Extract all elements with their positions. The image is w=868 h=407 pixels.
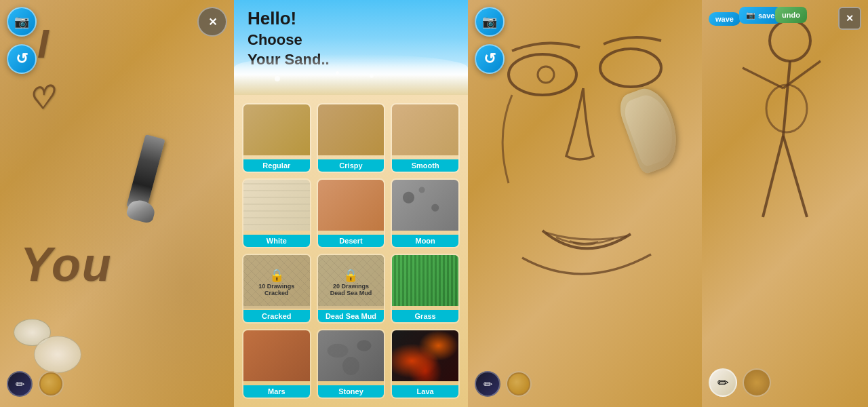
sand-option-stoney[interactable]: Stoney xyxy=(317,329,386,399)
beach-header: Hello! ChooseYour Sand.. xyxy=(234,0,468,95)
svg-point-1 xyxy=(538,66,554,83)
sand-label-grass: Grass xyxy=(392,310,458,322)
sand-tool[interactable] xyxy=(38,371,64,397)
panel-2-choose-sand: Hello! ChooseYour Sand.. Regular Crispy xyxy=(234,0,468,407)
sand-option-regular[interactable]: Regular xyxy=(242,103,311,173)
sand-option-desert[interactable]: Desert xyxy=(317,178,386,248)
svg-point-3 xyxy=(770,20,810,61)
shell-2 xyxy=(34,336,81,373)
save-label: save xyxy=(758,12,774,20)
panel4-close-button[interactable]: ✕ xyxy=(838,7,861,30)
drawing-letter-i: I xyxy=(37,20,50,67)
panel4-sand-tool[interactable] xyxy=(743,368,771,397)
drawing-you: You xyxy=(20,237,113,292)
panel3-bottom-toolbar: ✏ xyxy=(475,371,532,397)
panel3-refresh-icon: ↺ xyxy=(484,50,496,68)
bubble-3 xyxy=(370,74,374,78)
lock-icon-cracked: 🔒 xyxy=(269,268,284,283)
panel-3-face: 📷 ↺ ✏ xyxy=(468,0,702,407)
undo-label: undo xyxy=(782,11,800,19)
sand-label-crispy: Crispy xyxy=(318,159,384,172)
panel4-bottom-toolbar: ✏ xyxy=(709,368,771,397)
sand-label-mars: Mars xyxy=(243,385,310,398)
sand-label-cracked: Cracked xyxy=(243,310,310,322)
pencil-icon: ✏ xyxy=(16,378,24,391)
sand-option-deadsea[interactable]: 🔒 20 DrawingsDead Sea Mud Dead Sea Mud xyxy=(317,254,386,324)
sand-type-grid: Regular Crispy Smooth White xyxy=(234,95,468,407)
undo-button[interactable]: undo xyxy=(775,7,807,23)
sand-label-deadsea: Dead Sea Mud xyxy=(318,310,384,322)
lock-text-deadsea: 20 DrawingsDead Sea Mud xyxy=(330,283,372,296)
lock-overlay-cracked: 🔒 10 DrawingsCracked xyxy=(243,255,310,309)
sand-option-moon[interactable]: Moon xyxy=(391,178,460,248)
wave-badge[interactable]: wave xyxy=(709,12,741,26)
panel4-close-icon: ✕ xyxy=(846,13,854,24)
save-icon: 📷 xyxy=(746,11,755,20)
crab-prop xyxy=(627,88,688,183)
svg-point-0 xyxy=(509,54,576,95)
close-button[interactable]: ✕ xyxy=(197,7,227,37)
refresh-icon: ↺ xyxy=(16,50,28,68)
sand-option-grass[interactable]: Grass xyxy=(391,254,460,324)
camera-button[interactable]: 📷 xyxy=(7,7,37,37)
sand-label-smooth: Smooth xyxy=(392,159,458,172)
sand-option-crispy[interactable]: Crispy xyxy=(317,103,386,173)
sand-option-white[interactable]: White xyxy=(242,178,311,248)
close-icon: ✕ xyxy=(208,16,217,28)
hello-text: Hello! xyxy=(248,8,296,29)
lock-overlay-deadsea: 🔒 20 DrawingsDead Sea Mud xyxy=(318,255,384,309)
figure-drawing-svg xyxy=(702,0,868,407)
panel3-pencil-tool[interactable]: ✏ xyxy=(475,371,500,397)
sand-option-cracked[interactable]: 🔒 10 DrawingsCracked Cracked xyxy=(242,254,311,324)
panel3-camera-icon: 📷 xyxy=(482,14,497,29)
sand-label-regular: Regular xyxy=(243,159,310,172)
panel-1-drawing: I ♡ You 📷 ↺ ✕ ✏ xyxy=(0,0,234,407)
bubble-2 xyxy=(336,71,339,75)
drawing-heart: ♡ xyxy=(24,79,58,118)
bubble-1 xyxy=(275,76,280,81)
sand-option-mars[interactable]: Mars xyxy=(242,329,311,399)
pencil-tool[interactable]: ✏ xyxy=(7,371,33,397)
lock-icon-deadsea: 🔒 xyxy=(343,268,358,283)
lock-text-cracked: 10 DrawingsCracked xyxy=(258,283,294,296)
sand-label-lava: Lava xyxy=(392,385,458,398)
svg-point-2 xyxy=(600,49,661,87)
sand-option-smooth[interactable]: Smooth xyxy=(391,103,460,173)
refresh-button[interactable]: ↺ xyxy=(7,44,37,74)
panel-4-secondary: wave 📷 save undo ✕ ✏ xyxy=(702,0,868,407)
sand-label-stoney: Stoney xyxy=(318,385,384,398)
wave-overlay xyxy=(234,54,468,95)
bottom-toolbar: ✏ xyxy=(7,371,64,397)
panel3-pencil-icon: ✏ xyxy=(484,378,492,391)
panel4-pencil-tool[interactable]: ✏ xyxy=(709,368,737,397)
panel3-sand-tool[interactable] xyxy=(506,371,532,397)
sand-option-lava[interactable]: Lava xyxy=(391,329,460,399)
sand-label-moon: Moon xyxy=(392,235,458,247)
panel3-camera-button[interactable]: 📷 xyxy=(475,7,505,37)
panel3-refresh-button[interactable]: ↺ xyxy=(475,44,505,74)
camera-icon: 📷 xyxy=(14,14,29,29)
sand-label-white: White xyxy=(243,235,310,247)
sand-label-desert: Desert xyxy=(318,235,384,247)
wave-label: wave xyxy=(715,15,734,23)
panel4-pencil-icon: ✏ xyxy=(717,374,729,391)
